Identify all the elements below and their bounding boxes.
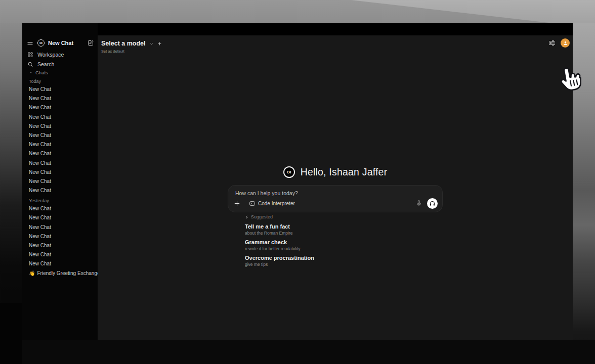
top-right-controls <box>548 38 570 48</box>
chats-label: Chats <box>35 70 48 75</box>
headphones-icon <box>429 200 436 207</box>
sidebar-nav: Workspace Search <box>22 50 98 69</box>
chat-group-label-today: Today <box>29 78 98 84</box>
chat-list-item[interactable]: New Chat <box>29 213 98 222</box>
chat-list-item[interactable]: New Chat <box>29 140 98 149</box>
suggested-label: Suggested <box>251 214 273 219</box>
desktop-background-bottom-left <box>0 303 22 364</box>
app-window: OI New Chat Workspace <box>22 23 573 340</box>
new-chat-pencil-icon[interactable] <box>87 39 94 47</box>
chat-list-item-named[interactable]: 👋 Friendly Greeting Exchange <box>29 269 98 278</box>
suggested-prompt[interactable]: Overcome procrastination give me tips <box>245 255 442 267</box>
search-label: Search <box>37 61 54 67</box>
chat-list-item[interactable]: New Chat <box>29 131 98 140</box>
chats-section-toggle[interactable]: Chats <box>29 69 98 75</box>
suggested-prompt-subtitle: about the Roman Empire <box>245 231 442 236</box>
suggested-prompt-title: Grammar check <box>245 239 442 245</box>
chevron-down-icon <box>29 70 33 74</box>
chat-list-item[interactable]: New Chat <box>29 159 98 168</box>
suggested-prompt-title: Overcome procrastination <box>245 255 442 261</box>
bolt-icon <box>245 215 249 219</box>
chat-list-item[interactable]: New Chat <box>29 168 98 177</box>
chat-list-today: New ChatNew ChatNew ChatNew ChatNew Chat… <box>29 85 98 195</box>
chat-list-item[interactable]: New Chat <box>29 113 98 122</box>
chat-list-item[interactable]: New Chat <box>29 186 98 195</box>
chat-list-item[interactable]: New Chat <box>29 223 98 232</box>
chat-list-yesterday: New ChatNew ChatNew ChatNew ChatNew Chat… <box>29 204 98 268</box>
code-interpreter-icon <box>249 200 256 207</box>
named-chat-title: Friendly Greeting Exchange <box>37 269 98 278</box>
suggested-prompt[interactable]: Tell me a fun fact about the Roman Empir… <box>245 223 442 236</box>
message-input-placeholder: How can I help you today? <box>235 190 298 196</box>
add-model-plus-icon[interactable] <box>157 41 162 46</box>
sidebar-item-workspace[interactable]: Workspace <box>22 50 98 59</box>
chat-list-item[interactable]: New Chat <box>29 250 98 259</box>
suggested-prompt-subtitle: rewrite it for better readability <box>245 246 442 251</box>
chat-list-item[interactable]: New Chat <box>29 103 98 112</box>
chat-list-item[interactable]: New Chat <box>29 259 98 268</box>
sidebar-toggle-icon[interactable] <box>27 40 33 47</box>
main-area: Select a model Set as default <box>98 35 573 340</box>
workspace-grid-icon <box>27 52 33 58</box>
greeting-row: OI Hello, Ishaan Jaffer <box>283 165 388 179</box>
code-interpreter-label: Code Interpreter <box>258 201 295 206</box>
chat-group-label-yesterday: Yesterday <box>29 198 98 204</box>
suggested-prompt-subtitle: give me tips <box>245 262 442 267</box>
voice-mode-button[interactable] <box>427 198 438 209</box>
model-selector-area: Select a model Set as default <box>101 40 162 54</box>
suggested-list: Tell me a fun fact about the Roman Empir… <box>245 223 442 267</box>
chat-list-item[interactable]: New Chat <box>29 177 98 186</box>
sidebar-header: OI New Chat <box>27 38 94 48</box>
wave-emoji: 👋 <box>29 269 35 278</box>
chat-list-item[interactable]: New Chat <box>29 85 98 94</box>
desktop-background-bottom <box>0 340 595 364</box>
home-center: OI Hello, Ishaan Jaffer How can I help y… <box>98 165 573 267</box>
sliders-icon[interactable] <box>548 39 556 47</box>
chevron-down-icon[interactable] <box>149 41 154 46</box>
desktop-background-right <box>573 23 595 364</box>
code-interpreter-toggle[interactable]: Code Interpreter <box>249 200 295 207</box>
app-logo: OI <box>37 39 45 47</box>
workspace-label: Workspace <box>37 52 64 58</box>
set-as-default-button[interactable]: Set as default <box>101 49 162 54</box>
attach-plus-icon[interactable] <box>234 200 240 207</box>
chat-list-item[interactable]: New Chat <box>29 204 98 213</box>
greeting-text: Hello, Ishaan Jaffer <box>301 166 388 178</box>
sidebar: OI New Chat Workspace <box>22 23 98 340</box>
chat-list-item[interactable]: New Chat <box>29 94 98 103</box>
sidebar-item-search[interactable]: Search <box>22 59 98 69</box>
suggested-prompt-title: Tell me a fun fact <box>245 223 442 230</box>
chat-list-item[interactable]: New Chat <box>29 241 98 250</box>
app-logo: OI <box>283 166 295 178</box>
chat-list-item[interactable]: New Chat <box>29 122 98 131</box>
suggested-prompt[interactable]: Grammar check rewrite it for better read… <box>245 239 442 251</box>
sidebar-title: New Chat <box>48 40 73 46</box>
microphone-icon[interactable] <box>416 200 422 207</box>
chat-list-item[interactable]: New Chat <box>29 149 98 158</box>
chat-list-item[interactable]: New Chat <box>29 232 98 241</box>
model-selector[interactable]: Select a model <box>101 40 146 47</box>
message-input[interactable]: How can I help you today? Code Interpret… <box>228 186 442 212</box>
search-icon <box>27 61 33 67</box>
suggested-prompts: Suggested Tell me a fun fact about the R… <box>228 214 442 267</box>
chat-history: Chats Today New ChatNew ChatNew ChatNew … <box>22 69 98 340</box>
user-avatar[interactable] <box>561 38 570 48</box>
